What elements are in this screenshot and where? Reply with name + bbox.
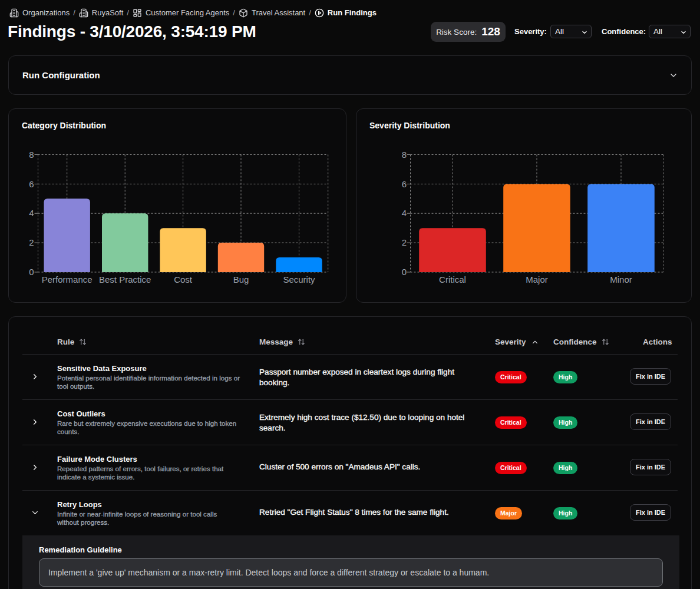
svg-text:8: 8 [402, 150, 407, 160]
svg-text:6: 6 [402, 179, 407, 189]
svg-text:8: 8 [29, 150, 34, 160]
svg-text:4: 4 [29, 208, 34, 218]
svg-text:4: 4 [402, 208, 407, 218]
svg-text:2: 2 [29, 237, 34, 247]
svg-text:6: 6 [29, 179, 34, 189]
svg-text:Cost: Cost [174, 274, 193, 284]
svg-text:2: 2 [402, 237, 407, 247]
svg-text:Best Practice: Best Practice [99, 274, 151, 284]
svg-text:Bug: Bug [233, 274, 249, 284]
svg-text:Security: Security [283, 274, 315, 284]
svg-text:Critical: Critical [439, 274, 466, 284]
svg-text:0: 0 [402, 267, 407, 277]
svg-text:Minor: Minor [610, 274, 632, 284]
svg-text:Major: Major [526, 274, 548, 284]
svg-text:0: 0 [29, 267, 34, 277]
svg-text:Performance: Performance [42, 274, 93, 284]
